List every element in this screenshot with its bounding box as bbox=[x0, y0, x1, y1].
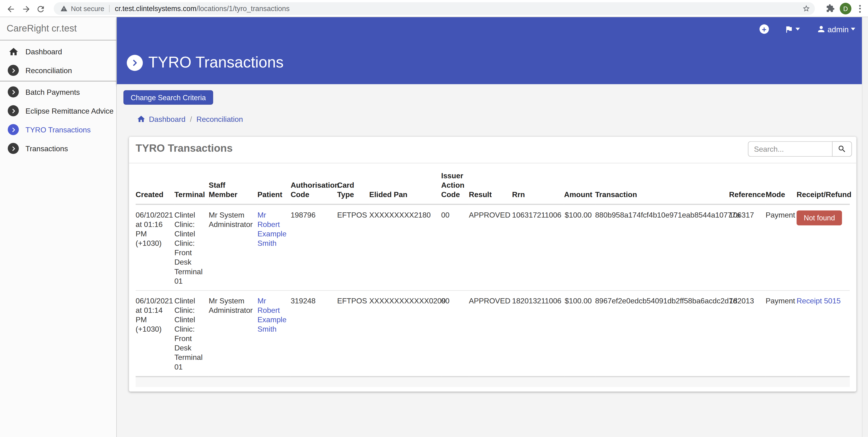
cell-amount: $100.00 bbox=[564, 290, 595, 377]
cell-patient: Mr Robert Example Smith bbox=[257, 290, 290, 377]
person-icon bbox=[816, 25, 826, 34]
table-row: 06/10/2021 at 01:14 PM (+1030) Clintel C… bbox=[136, 290, 850, 377]
sidebar-item-label: TYRO Transactions bbox=[25, 125, 91, 134]
sidebar-item-label: Batch Payments bbox=[25, 88, 80, 96]
column-header-reference: Reference bbox=[729, 164, 766, 204]
browser-profile-avatar[interactable]: D bbox=[840, 3, 851, 14]
column-header-issuer-action-code: Issuer Action Code bbox=[441, 164, 469, 204]
column-header-elided-pan: Elided Pan bbox=[369, 164, 441, 204]
chevron-circle-icon bbox=[8, 105, 19, 116]
cell-staff-member: Mr System Administrator bbox=[209, 290, 257, 377]
sidebar-item-label: Eclipse Remittance Advice bbox=[25, 107, 114, 115]
receipt-link[interactable]: Receipt 5015 bbox=[797, 297, 840, 305]
table-header-row: Created Terminal Staff Member Patient Au… bbox=[136, 164, 850, 204]
cell-elided-pan: XXXXXXXXXXXX0209 bbox=[369, 290, 441, 377]
cell-rrn: 182013211006 bbox=[512, 290, 564, 377]
admin-user-menu[interactable]: admin bbox=[816, 25, 855, 34]
page-url: cr.test.clintelsystems.com/locations/1/t… bbox=[115, 4, 289, 13]
transactions-table: Created Terminal Staff Member Patient Au… bbox=[136, 164, 850, 387]
sidebar-item-tyro-transactions[interactable]: TYRO Transactions bbox=[0, 120, 116, 139]
chevron-circle-icon bbox=[127, 55, 143, 70]
bookmark-star-icon[interactable] bbox=[802, 4, 810, 13]
column-header-transaction: Transaction bbox=[595, 164, 729, 204]
home-icon bbox=[8, 46, 19, 57]
column-header-staff-member: Staff Member bbox=[209, 164, 257, 204]
breadcrumb-link-dashboard[interactable]: Dashboard bbox=[149, 115, 186, 123]
search-input[interactable] bbox=[748, 141, 832, 157]
not-found-button[interactable]: Not found bbox=[797, 210, 842, 226]
cell-receipt-refund: Receipt 5015 bbox=[797, 290, 850, 377]
breadcrumb-link-reconciliation[interactable]: Reconciliation bbox=[196, 115, 243, 123]
back-arrow-icon bbox=[6, 4, 15, 13]
cell-card-type: EFTPOS bbox=[337, 290, 369, 377]
extensions-puzzle-icon[interactable] bbox=[826, 4, 835, 15]
sidebar-item-transactions[interactable]: Transactions bbox=[0, 139, 116, 158]
cell-amount: $100.00 bbox=[564, 204, 595, 290]
card-title: TYRO Transactions bbox=[136, 142, 233, 154]
column-header-patient: Patient bbox=[257, 164, 290, 204]
reload-button[interactable] bbox=[34, 3, 46, 15]
cell-transaction: 8967ef2e0edcb54091db2ff58ba6acdc2d7d bbox=[595, 290, 729, 377]
sidebar-item-dashboard[interactable]: Dashboard bbox=[0, 42, 116, 61]
chevron-circle-icon bbox=[8, 86, 19, 97]
omnibox-divider bbox=[109, 5, 110, 12]
sidebar-item-label: Reconciliation bbox=[25, 66, 72, 74]
patient-link[interactable]: Mr Robert Example Smith bbox=[257, 297, 287, 333]
search-button[interactable] bbox=[832, 141, 852, 157]
sidebar-divider bbox=[0, 81, 116, 81]
table-row: 06/10/2021 at 01:16 PM (+1030) Clintel C… bbox=[136, 204, 850, 290]
browser-menu-icon[interactable] bbox=[856, 3, 864, 14]
sidebar-item-eclipse-remittance-advice[interactable]: Eclipse Remittance Advice bbox=[0, 101, 116, 120]
reload-icon bbox=[36, 4, 45, 13]
column-header-card-type: Card Type bbox=[337, 164, 369, 204]
change-search-criteria-button[interactable]: Change Search Criteria bbox=[123, 90, 213, 105]
breadcrumb: Dashboard / Reconciliation bbox=[137, 115, 243, 123]
page-title: TYRO Transactions bbox=[148, 54, 283, 71]
table-footer-bar bbox=[136, 377, 850, 387]
sidebar-item-batch-payments[interactable]: Batch Payments bbox=[0, 83, 116, 101]
forward-button[interactable] bbox=[20, 3, 32, 15]
cell-mode: Payment bbox=[766, 290, 797, 377]
cell-reference: 106317 bbox=[729, 204, 766, 290]
sidebar: CareRight cr.test Dashboard Reconciliati… bbox=[0, 17, 117, 437]
cell-transaction: 880b958a174fcf4b10e971eab8544a10777a bbox=[595, 204, 729, 290]
cell-result: APPROVED bbox=[469, 290, 512, 377]
cell-issuer-action-code: 00 bbox=[441, 204, 469, 290]
cell-authorisation-code: 319248 bbox=[290, 290, 337, 377]
search-group bbox=[748, 141, 852, 157]
cell-elided-pan: XXXXXXXXX2180 bbox=[369, 204, 441, 290]
cell-card-type: EFTPOS bbox=[337, 204, 369, 290]
cell-terminal: Clintel Clinic: Clintel Clinic: Front De… bbox=[175, 290, 209, 377]
chevron-circle-icon bbox=[8, 143, 19, 154]
breadcrumb-separator: / bbox=[190, 115, 192, 123]
patient-link[interactable]: Mr Robert Example Smith bbox=[257, 211, 287, 247]
tyro-transactions-card: TYRO Transactions bbox=[129, 137, 857, 391]
home-icon bbox=[137, 115, 146, 123]
cell-receipt-refund: Not found bbox=[797, 204, 850, 290]
column-header-created: Created bbox=[136, 164, 175, 204]
address-bar[interactable]: Not secure cr.test.clintelsystems.com/lo… bbox=[54, 2, 815, 15]
chevron-circle-icon bbox=[8, 124, 19, 135]
page-banner: + admin TYRO Transactions bbox=[117, 17, 862, 84]
cell-mode: Payment bbox=[766, 204, 797, 290]
browser-toolbar: Not secure cr.test.clintelsystems.com/lo… bbox=[0, 0, 868, 17]
back-button[interactable] bbox=[4, 3, 17, 15]
cell-reference: 182013 bbox=[729, 290, 766, 377]
app-title: CareRight cr.test bbox=[0, 17, 116, 40]
column-header-receipt-refund: Receipt/Refund bbox=[797, 164, 850, 204]
cell-result: APPROVED bbox=[469, 204, 512, 290]
scrollbar-track[interactable] bbox=[862, 17, 868, 437]
add-plus-icon[interactable]: + bbox=[760, 25, 769, 34]
caret-down-icon bbox=[851, 28, 855, 31]
column-header-rrn: Rrn bbox=[512, 164, 564, 204]
sidebar-item-label: Transactions bbox=[25, 144, 68, 152]
flag-menu-button[interactable] bbox=[784, 25, 800, 34]
cell-rrn: 106317211006 bbox=[512, 204, 564, 290]
cell-created: 06/10/2021 at 01:16 PM (+1030) bbox=[136, 204, 175, 290]
chevron-circle-icon bbox=[8, 65, 19, 76]
sidebar-item-reconciliation[interactable]: Reconciliation bbox=[0, 61, 116, 80]
cell-patient: Mr Robert Example Smith bbox=[257, 204, 290, 290]
column-header-result: Result bbox=[469, 164, 512, 204]
cell-terminal: Clintel Clinic: Clintel Clinic: Front De… bbox=[175, 204, 209, 290]
caret-down-icon bbox=[795, 28, 800, 31]
